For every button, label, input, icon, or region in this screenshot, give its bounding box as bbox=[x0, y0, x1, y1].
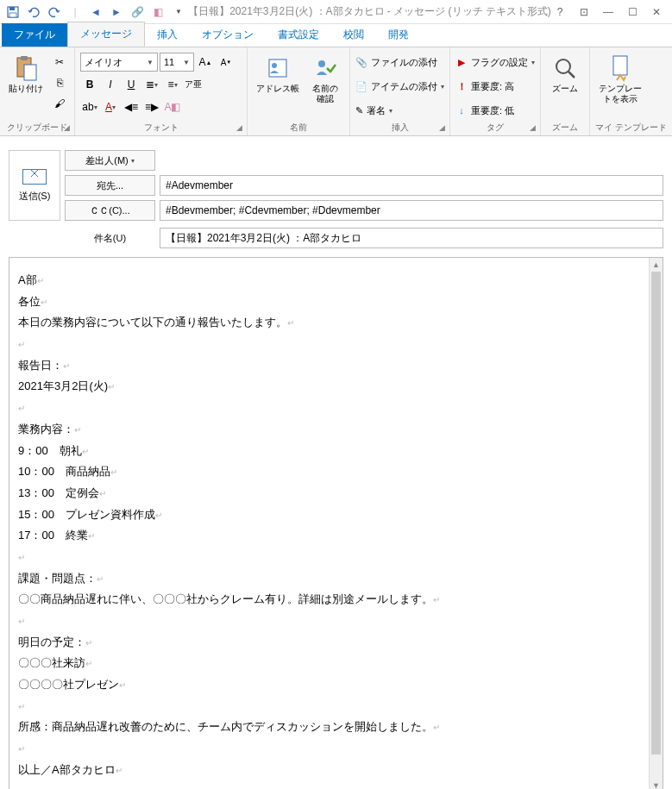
flag-button[interactable]: ▶フラグの設定▾ bbox=[455, 53, 535, 72]
qat-customize-icon[interactable]: ▼ bbox=[169, 3, 188, 22]
italic-button[interactable]: I bbox=[101, 75, 120, 94]
redo-icon[interactable] bbox=[45, 3, 64, 22]
message-header: 送信(S) 差出人(M) ▾ 宛先... ＣＣ(C)... bbox=[0, 136, 672, 224]
attach-file-button[interactable]: 📎ファイルの添付 bbox=[355, 53, 444, 72]
clear-format-icon[interactable]: A◧ bbox=[163, 97, 182, 116]
attach-item-icon: 📄 bbox=[355, 81, 367, 92]
group-tags: ▶フラグの設定▾ ！重要度: 高 ↓重要度: 低 タグ ◢ bbox=[450, 47, 541, 135]
font-group-label: フォント bbox=[75, 122, 247, 134]
group-zoom: ズーム ズーム bbox=[541, 47, 590, 135]
send-button[interactable]: 送信(S) bbox=[9, 150, 60, 221]
clipboard-launcher-icon[interactable]: ◢ bbox=[60, 122, 72, 134]
qat-divider: | bbox=[66, 3, 85, 22]
cut-icon[interactable]: ✂ bbox=[50, 53, 69, 72]
checknames-icon bbox=[311, 54, 339, 82]
group-names: アドレス帳 名前の 確認 名前 bbox=[248, 47, 350, 135]
body-line: A部 bbox=[18, 273, 37, 286]
show-templates-button[interactable]: テンプレー トを表示 bbox=[595, 53, 645, 106]
body-line: 所感：商品納品遅れ改善のために、チーム内でディスカッションを開始しました。 bbox=[18, 720, 433, 733]
svg-rect-2 bbox=[9, 13, 16, 17]
from-button[interactable]: 差出人(M) ▾ bbox=[65, 150, 155, 171]
shrink-font-icon[interactable]: A▼ bbox=[217, 53, 236, 72]
body-line: 業務内容： bbox=[18, 423, 74, 435]
font-color-icon[interactable]: A▾ bbox=[101, 97, 120, 116]
maximize-icon[interactable]: ☐ bbox=[624, 3, 641, 21]
indent-icon[interactable]: ≡▶ bbox=[142, 97, 161, 116]
svg-rect-4 bbox=[21, 56, 28, 60]
subject-field[interactable] bbox=[160, 228, 663, 248]
body-line: 以上／A部タカヒロ bbox=[18, 763, 116, 776]
importance-low-label: 重要度: 低 bbox=[471, 104, 514, 117]
scroll-thumb[interactable] bbox=[651, 272, 661, 755]
svg-point-7 bbox=[272, 63, 277, 68]
body-line: 13：00 定例会 bbox=[18, 486, 99, 499]
ruby-icon[interactable]: ア亜 bbox=[184, 75, 203, 94]
link-icon[interactable]: 🔗 bbox=[128, 3, 147, 22]
zoom-label: ズーム bbox=[552, 84, 578, 94]
body-line: 〇〇商品納品遅れに伴い、〇〇〇社からクレーム有り。詳細は別途メールします。 bbox=[18, 592, 433, 605]
paste-button[interactable]: 貼り付け bbox=[5, 53, 47, 96]
to-button[interactable]: 宛先... bbox=[65, 175, 155, 196]
body-line: 〇〇〇〇社プレゼン bbox=[18, 678, 119, 691]
ribbon-tabs: ファイル メッセージ 挿入 オプション 書式設定 校閲 開発 bbox=[0, 24, 672, 47]
font-launcher-icon[interactable]: ◢ bbox=[233, 122, 245, 134]
tab-developer[interactable]: 開発 bbox=[376, 23, 421, 47]
format-painter-icon[interactable]: 🖌 bbox=[50, 94, 69, 113]
subject-label: 件名(U) bbox=[65, 232, 155, 245]
window-title: 【日報】2021年3月2日(火) ：A部タカヒロ - メッセージ (リッチ テキ… bbox=[188, 4, 551, 19]
tags-launcher-icon[interactable]: ◢ bbox=[526, 122, 538, 134]
ribbon-toggle-icon[interactable]: ⊡ bbox=[575, 3, 593, 21]
minimize-icon[interactable]: — bbox=[600, 3, 617, 21]
ribbon-collapse-icon[interactable]: ˆ bbox=[658, 122, 670, 134]
close-icon[interactable]: ✕ bbox=[648, 3, 665, 21]
tab-message[interactable]: メッセージ bbox=[67, 22, 145, 47]
tab-options[interactable]: オプション bbox=[190, 23, 266, 47]
tab-format[interactable]: 書式設定 bbox=[266, 23, 331, 47]
font-size-select[interactable]: 11▼ bbox=[160, 53, 194, 72]
body-line: 本日の業務内容について以下の通り報告いたします。 bbox=[18, 316, 287, 329]
cc-button[interactable]: ＣＣ(C)... bbox=[65, 200, 155, 221]
to-field[interactable] bbox=[160, 175, 663, 196]
next-icon[interactable]: ► bbox=[107, 3, 126, 22]
help-icon[interactable]: ? bbox=[551, 3, 568, 21]
font-name-select[interactable]: メイリオ▼ bbox=[80, 53, 158, 72]
attach-item-button[interactable]: 📄アイテムの添付▾ bbox=[355, 77, 444, 96]
bold-button[interactable]: B bbox=[80, 75, 99, 94]
copy-icon[interactable]: ⎘ bbox=[50, 73, 69, 92]
body-line: 〇〇〇社来訪 bbox=[18, 656, 85, 669]
undo-icon[interactable] bbox=[24, 3, 43, 22]
include-launcher-icon[interactable]: ◢ bbox=[436, 122, 448, 134]
grow-font-icon[interactable]: A▲ bbox=[196, 53, 215, 72]
highlight-icon[interactable]: ab▾ bbox=[80, 97, 99, 116]
eraser-icon[interactable]: ◧ bbox=[148, 3, 167, 22]
importance-low-button[interactable]: ↓重要度: 低 bbox=[455, 101, 535, 120]
vertical-scrollbar[interactable]: ▲ ▼ bbox=[649, 258, 663, 789]
cc-field[interactable] bbox=[160, 200, 663, 221]
scroll-down-icon[interactable]: ▼ bbox=[650, 779, 663, 789]
addressbook-label: アドレス帳 bbox=[256, 84, 299, 94]
bullets-icon[interactable]: ≣▾ bbox=[142, 75, 161, 94]
svg-line-10 bbox=[568, 72, 575, 78]
envelope-icon bbox=[22, 169, 47, 185]
zoom-button[interactable]: ズーム bbox=[546, 53, 584, 96]
addressbook-button[interactable]: アドレス帳 bbox=[253, 53, 303, 96]
tab-insert[interactable]: 挿入 bbox=[145, 23, 190, 47]
message-body[interactable]: A部↵ 各位↵ 本日の業務内容について以下の通り報告いたします。↵ ↵ 報告日：… bbox=[9, 258, 663, 789]
group-templates: テンプレー トを表示 マイ テンプレート ˆ bbox=[590, 47, 672, 135]
body-line: 10：00 商品納品 bbox=[18, 465, 110, 478]
underline-button[interactable]: U bbox=[122, 75, 141, 94]
tab-review[interactable]: 校閲 bbox=[331, 23, 376, 47]
signature-label: 署名 bbox=[367, 104, 386, 117]
tab-file[interactable]: ファイル bbox=[2, 23, 67, 47]
addressbook-icon bbox=[264, 54, 292, 82]
outdent-icon[interactable]: ◀≡ bbox=[122, 97, 141, 116]
checknames-button[interactable]: 名前の 確認 bbox=[306, 53, 344, 106]
importance-high-label: 重要度: 高 bbox=[471, 80, 514, 93]
importance-high-button[interactable]: ！重要度: 高 bbox=[455, 77, 535, 96]
scroll-up-icon[interactable]: ▲ bbox=[650, 258, 663, 272]
importance-low-icon: ↓ bbox=[455, 105, 468, 116]
previous-icon[interactable]: ◄ bbox=[86, 3, 105, 22]
save-icon[interactable] bbox=[3, 3, 22, 22]
numbering-icon[interactable]: ≡▾ bbox=[163, 75, 182, 94]
signature-button[interactable]: ✎署名▾ bbox=[355, 101, 444, 120]
